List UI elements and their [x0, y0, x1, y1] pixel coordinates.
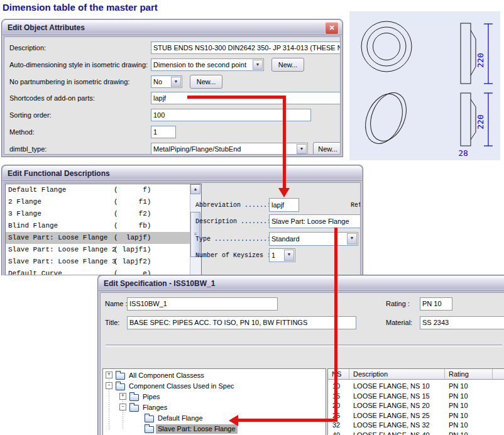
- list-item[interactable]: Blind Flange( fb): [6, 220, 190, 232]
- column-header-rating[interactable]: Rating: [445, 369, 493, 380]
- material-label: Material:: [386, 319, 412, 326]
- column-header-filler: [493, 369, 504, 380]
- list-item[interactable]: Slave Part: Loose Flange 2( lapjf1): [6, 244, 190, 256]
- spec-name-input[interactable]: ISS10BW_1: [127, 297, 278, 311]
- list-item[interactable]: Slave Part: Loose Flange 3( lapjf2): [6, 256, 190, 268]
- new-dimtbl-button[interactable]: New...: [313, 142, 341, 155]
- collapse-icon[interactable]: -: [106, 382, 112, 389]
- dialog-edit-functional-descriptions: Edit Functional Descriptions Default Fla…: [1, 165, 363, 275]
- abbreviation-label: Abbreviation ......:: [195, 202, 271, 209]
- table-cell[interactable]: LOOSE FLANGE, NS 15: [353, 391, 445, 401]
- dialog-body: Default Flange( f) 2 Flange( f1) 3 Flang…: [4, 182, 361, 275]
- tree-item-label[interactable]: Component Classes Used in Spec: [127, 382, 236, 391]
- table-cell[interactable]: LOOSE FLANGE, NS 32: [353, 420, 445, 430]
- folder-icon: [116, 383, 125, 390]
- scroll-up-icon[interactable]: ▲: [190, 184, 200, 194]
- item-name: Slave Part: Loose Flange: [8, 234, 107, 241]
- item-code: ( lapjf2): [114, 256, 151, 268]
- expand-icon[interactable]: +: [106, 372, 112, 378]
- selected-value: Standard: [271, 235, 300, 243]
- tree-item-label[interactable]: Flanges: [141, 403, 169, 412]
- tree-item-label[interactable]: Default Flange: [156, 414, 205, 423]
- type-select[interactable]: Standard ▼: [269, 232, 358, 246]
- material-input[interactable]: SS 2343: [420, 316, 504, 329]
- table-cell[interactable]: PN 10: [449, 420, 493, 430]
- rating-input[interactable]: PN 10: [420, 297, 452, 311]
- page-title: Dimension table of the master part: [3, 2, 158, 13]
- sorting-order-input[interactable]: 100: [151, 109, 311, 121]
- new-partnumbering-button[interactable]: New...: [190, 75, 222, 89]
- selected-value: Dimension to the second point: [153, 61, 246, 69]
- chevron-down-icon[interactable]: ▼: [297, 144, 307, 154]
- new-autodim-button[interactable]: New...: [271, 58, 304, 72]
- description-input[interactable]: STUB ENDS NS10-300 DIN2642 350- JP 314-0…: [151, 41, 341, 54]
- list-item[interactable]: 3 Flange( f2): [6, 208, 190, 220]
- method-input[interactable]: 1: [151, 126, 176, 138]
- list-item-selected[interactable]: Slave Part: Loose Flange( lapjf): [6, 232, 190, 244]
- table-cell[interactable]: PN 10: [449, 410, 493, 421]
- table-cell[interactable]: LOOSE FLANGE, NS 40: [353, 430, 445, 435]
- dialog-titlebar[interactable]: Edit Functional Descriptions: [3, 166, 362, 181]
- autodim-style-select[interactable]: Dimension to the second point ▼: [151, 58, 264, 71]
- tree-item-label-selected[interactable]: Slave Part: Loose Flange: [156, 424, 238, 434]
- chevron-down-icon[interactable]: ▼: [253, 60, 263, 70]
- item-name: Default Curve: [8, 270, 62, 275]
- tree-item-label[interactable]: All Component Classess: [127, 371, 206, 380]
- collapse-icon[interactable]: -: [119, 404, 126, 410]
- chevron-down-icon[interactable]: ▼: [284, 250, 294, 261]
- abbreviation-input[interactable]: lapjf: [269, 198, 299, 212]
- annotation-arrow1-vertical: [283, 96, 286, 189]
- folder-icon: [145, 426, 154, 433]
- selected-value: 1: [271, 251, 275, 259]
- dialog-body: Description: STUB ENDS NS10-300 DIN2642 …: [4, 36, 341, 155]
- chevron-down-icon[interactable]: ▼: [171, 77, 181, 87]
- keysizes-select[interactable]: 1 ▼: [269, 248, 295, 262]
- autodim-style-label: Auto-dimensioning style in isometric dra…: [9, 61, 148, 69]
- table-cell[interactable]: PN 10: [449, 391, 493, 401]
- shortcodes-label: Shortcodes of add-on parts:: [9, 94, 95, 102]
- component-class-tree[interactable]: + All Component Classess - Component Cla…: [102, 368, 326, 435]
- dialog-title: Edit Functional Descriptions: [8, 169, 110, 178]
- tree-item-all-component-classes[interactable]: + All Component Classess: [103, 370, 326, 381]
- tree-item-classes-used-in-spec[interactable]: - Component Classes Used in Spec: [103, 381, 326, 392]
- description-input[interactable]: Slave Part: Loose Flange: [269, 214, 361, 228]
- table-cell[interactable]: 40: [332, 430, 349, 435]
- chevron-down-icon[interactable]: ▼: [347, 233, 357, 245]
- function-listbox[interactable]: Default Flange( f) 2 Flange( f1) 3 Flang…: [5, 184, 202, 275]
- table-cell[interactable]: PN 10: [449, 381, 493, 391]
- type-label: Type ..............:: [195, 236, 271, 243]
- no-partnumbering-select[interactable]: No ▼: [151, 75, 182, 88]
- close-icon[interactable]: ✕: [325, 22, 339, 35]
- dialog-titlebar[interactable]: Edit Object Attributes ✕: [3, 20, 342, 35]
- list-item[interactable]: 2 Flange( f1): [6, 196, 190, 208]
- table-cell[interactable]: LOOSE FLANGE, NS 25: [353, 410, 445, 421]
- dialog-edit-specification: Edit Specification - ISS10BW_1 Name : IS…: [97, 275, 504, 435]
- table-cell[interactable]: LOOSE FLANGE, NS 10: [353, 381, 445, 391]
- item-name: 3 Flange: [8, 210, 41, 218]
- expand-icon[interactable]: +: [119, 393, 126, 400]
- spec-sizes-table[interactable]: NS Description Rating 10 LOOSE FLANGE, N…: [327, 368, 504, 435]
- divider: [106, 344, 502, 347]
- tree-item-pipes[interactable]: + Pipes: [103, 392, 326, 402]
- tree-item-flanges[interactable]: - Flanges: [103, 402, 326, 413]
- item-code: ( f2): [114, 208, 151, 220]
- title-label: Title:: [105, 319, 119, 326]
- spec-title-input[interactable]: BASE SPEC: PIPES ACC. TO ISO, PN 10, BW …: [127, 316, 356, 329]
- column-header-description[interactable]: Description: [349, 369, 445, 380]
- sorting-order-label: Sorting order:: [9, 111, 52, 119]
- scrollbar[interactable]: ▲ ≡: [190, 184, 201, 275]
- item-code: ( lapjf): [114, 232, 151, 244]
- column-header-ns[interactable]: NS: [328, 369, 349, 380]
- folder-icon: [129, 405, 139, 412]
- tree-item-label[interactable]: Pipes: [141, 392, 162, 402]
- table-cell[interactable]: PN 10: [449, 400, 493, 410]
- selected-value: MetalPiping/Flange/StubEnd: [153, 145, 241, 153]
- reference-label: Refe: [351, 202, 361, 209]
- dialog-title: Edit Object Attributes: [8, 23, 85, 32]
- tree-item-slave-part-loose-flange[interactable]: Slave Part: Loose Flange: [103, 424, 326, 434]
- item-code: ( f1): [114, 196, 151, 208]
- table-cell[interactable]: PN 10: [449, 430, 493, 435]
- dialog-titlebar[interactable]: Edit Specification - ISS10BW_1: [99, 276, 504, 291]
- table-cell[interactable]: LOOSE FLANGE, NS 20: [353, 400, 445, 410]
- list-item[interactable]: Default Flange( f): [6, 184, 190, 196]
